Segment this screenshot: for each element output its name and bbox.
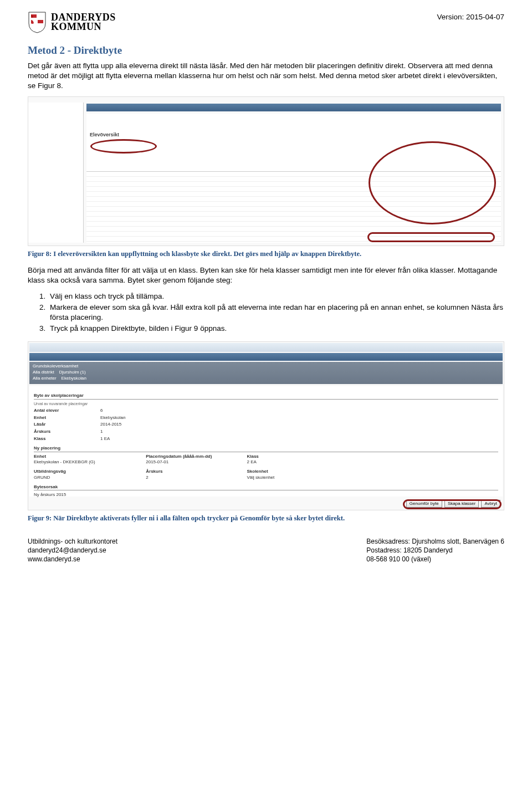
f2-l1a: Alla distrikt bbox=[33, 370, 54, 375]
page-footer: Utbildnings- och kulturkontoret danderyd… bbox=[28, 538, 504, 564]
f2-npu-v: GRUND bbox=[34, 475, 50, 480]
f2-nps-v: Välj skolenhet bbox=[247, 475, 274, 480]
svg-point-0 bbox=[39, 14, 42, 18]
shield-icon bbox=[28, 11, 47, 33]
f2-npp-l: Placeringsdatum (åååå-mm-dd) bbox=[146, 454, 212, 460]
f2-enhet-l: Enhet bbox=[34, 415, 100, 421]
f2-grayhead: Grundskoleverksamhet bbox=[33, 364, 499, 370]
page-header: DANDERYDS KOMMUN Version: 2015-04-07 bbox=[28, 11, 504, 33]
f2-l2a: Alla enheter bbox=[33, 376, 57, 381]
step-1: Välj en klass och tryck på tillämpa. bbox=[48, 291, 504, 301]
steps-list: Välj en klass och tryck på tillämpa. Mar… bbox=[48, 291, 504, 334]
annotation-genomfor bbox=[403, 499, 502, 509]
after-fig-paragraph: Börja med att använda filter för att väl… bbox=[28, 265, 504, 285]
footer-left: Utbildnings- och kulturkontoret danderyd… bbox=[28, 538, 117, 564]
f2-ars-l: Årskurs bbox=[34, 429, 100, 435]
f2-l2b: Ekebyskolan bbox=[62, 376, 86, 381]
footer-left-3: www.danderyd.se bbox=[28, 555, 80, 563]
figure-8-caption: Figur 8: I eleveröversikten kan uppflytt… bbox=[28, 249, 504, 259]
annotation-column bbox=[369, 141, 496, 224]
f2-npa-v: 2 bbox=[146, 475, 148, 480]
footer-right: Besöksadress: Djursholms slott, Banerväg… bbox=[366, 538, 504, 564]
f2-npp-v: 2015-07-01 bbox=[146, 459, 168, 464]
f2-lasar-v: 2014-2015 bbox=[100, 422, 121, 427]
figure-9-screenshot: Grundskoleverksamhet Alla distrikt Djurs… bbox=[28, 341, 504, 510]
org-line2: KOMMUN bbox=[51, 21, 101, 32]
f2-npa-l: Årskurs bbox=[146, 469, 212, 475]
method-title: Metod 2 - Direktbyte bbox=[28, 43, 504, 58]
f2-lasar-l: Läsår bbox=[34, 422, 100, 428]
logo: DANDERYDS KOMMUN bbox=[28, 11, 116, 33]
intro-paragraph: Det går även att flytta upp alla elevern… bbox=[28, 61, 504, 91]
f2-klass-l: Klass bbox=[34, 436, 100, 442]
f2-ars-v: 1 bbox=[100, 429, 103, 434]
f2-npe-l: Enhet bbox=[34, 454, 100, 460]
f2-enhet-v: Ekebyskolan bbox=[100, 415, 125, 420]
f2-l1b: Djursholm (1) bbox=[59, 370, 86, 375]
f2-sub1: Urval av nuvarande placeringar bbox=[34, 401, 498, 406]
f2-npk-l: Klass bbox=[247, 454, 313, 460]
f2-antal-v: 6 bbox=[100, 408, 103, 413]
footer-right-2: Postadress: 18205 Danderyd bbox=[366, 546, 452, 554]
org-name: DANDERYDS KOMMUN bbox=[51, 13, 116, 32]
footer-left-2: danderyd24@danderyd.se bbox=[28, 546, 106, 554]
f2-bytes-v: Ny årskurs 2015 bbox=[34, 492, 66, 497]
f2-sec1: Byte av skolplaceringar bbox=[34, 393, 498, 400]
footer-right-3: 08-568 910 00 (växel) bbox=[366, 555, 431, 563]
step-2: Markera de elever som ska gå kvar. Håll … bbox=[48, 303, 504, 323]
figure-9-caption: Figur 9: När Direktbyte aktiverats fylle… bbox=[28, 514, 504, 523]
annotation-buttons bbox=[367, 232, 495, 242]
f2-sec2: Ny placering bbox=[34, 446, 498, 452]
f2-sec3: Bytesorsak bbox=[34, 484, 498, 491]
footer-left-1: Utbildnings- och kulturkontoret bbox=[28, 538, 117, 545]
f2-npk-v: 2 EA bbox=[247, 459, 256, 464]
f2-antal-l: Antal elever bbox=[34, 408, 100, 414]
step-3: Tryck på knappen Direktbyte, bilden i Fi… bbox=[48, 324, 504, 334]
figure-8-screenshot: Elevöversikt bbox=[28, 96, 504, 246]
footer-right-1: Besöksadress: Djursholms slott, Banerväg… bbox=[366, 538, 504, 545]
f2-npe-v: Ekebyskolan - DKEKEBGR (G) bbox=[34, 459, 95, 464]
f2-nps-l: Skolenhet bbox=[247, 469, 313, 475]
version-label: Version: 2015-04-07 bbox=[437, 12, 504, 22]
f2-klass-v: 1 EA bbox=[100, 436, 110, 441]
f2-npu-l: Utbildningsväg bbox=[34, 469, 100, 475]
